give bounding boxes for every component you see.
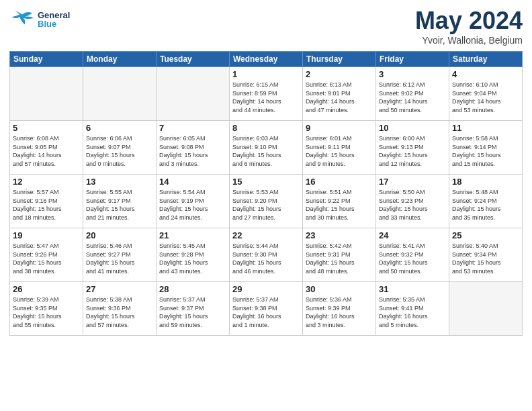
col-monday: Monday: [83, 52, 157, 67]
table-row: 27Sunrise: 5:38 AM Sunset: 9:36 PM Dayli…: [83, 282, 157, 336]
logo-text: General Blue: [38, 11, 70, 28]
table-row: [83, 67, 157, 121]
day-number: 11: [452, 123, 519, 133]
day-number: 25: [452, 230, 519, 240]
table-row: 26Sunrise: 5:39 AM Sunset: 9:35 PM Dayli…: [10, 282, 83, 336]
col-thursday: Thursday: [303, 52, 376, 67]
day-info: Sunrise: 5:44 AM Sunset: 9:30 PM Dayligh…: [232, 242, 300, 275]
day-info: Sunrise: 6:10 AM Sunset: 9:04 PM Dayligh…: [452, 81, 519, 114]
day-info: Sunrise: 5:35 AM Sunset: 9:41 PM Dayligh…: [379, 295, 446, 329]
table-row: 14Sunrise: 5:54 AM Sunset: 9:19 PM Dayli…: [157, 175, 230, 228]
calendar-header-row: Sunday Monday Tuesday Wednesday Thursday…: [10, 52, 523, 67]
day-number: 21: [159, 230, 226, 240]
table-row: 19Sunrise: 5:47 AM Sunset: 9:26 PM Dayli…: [10, 228, 83, 282]
table-row: [10, 67, 83, 121]
day-number: 9: [306, 123, 373, 133]
day-number: 30: [306, 284, 373, 294]
day-info: Sunrise: 5:51 AM Sunset: 9:22 PM Dayligh…: [306, 188, 373, 222]
day-info: Sunrise: 5:36 AM Sunset: 9:39 PM Dayligh…: [306, 295, 373, 329]
day-number: 26: [13, 284, 80, 294]
day-info: Sunrise: 5:38 AM Sunset: 9:36 PM Dayligh…: [86, 295, 153, 329]
table-row: 23Sunrise: 5:42 AM Sunset: 9:31 PM Dayli…: [303, 228, 376, 282]
col-friday: Friday: [376, 52, 449, 67]
day-number: 15: [232, 177, 300, 187]
logo-icon: [9, 7, 35, 32]
day-info: Sunrise: 5:55 AM Sunset: 9:17 PM Dayligh…: [86, 188, 153, 222]
day-number: 31: [379, 284, 446, 294]
day-info: Sunrise: 5:37 AM Sunset: 9:38 PM Dayligh…: [232, 295, 300, 329]
table-row: [157, 67, 230, 121]
calendar-week-row: 26Sunrise: 5:39 AM Sunset: 9:35 PM Dayli…: [10, 282, 523, 336]
col-wednesday: Wednesday: [230, 52, 303, 67]
table-row: [449, 282, 523, 336]
calendar-table: Sunday Monday Tuesday Wednesday Thursday…: [9, 51, 523, 336]
day-number: 13: [86, 177, 153, 187]
day-info: Sunrise: 5:58 AM Sunset: 9:14 PM Dayligh…: [452, 134, 519, 168]
day-number: 22: [232, 230, 300, 240]
location-subtitle: Yvoir, Wallonia, Belgium: [415, 35, 523, 46]
day-info: Sunrise: 6:01 AM Sunset: 9:11 PM Dayligh…: [306, 134, 373, 168]
day-info: Sunrise: 5:45 AM Sunset: 9:28 PM Dayligh…: [159, 242, 226, 275]
table-row: 6Sunrise: 6:06 AM Sunset: 9:07 PM Daylig…: [83, 121, 157, 175]
table-row: 12Sunrise: 5:57 AM Sunset: 9:16 PM Dayli…: [10, 175, 83, 228]
day-info: Sunrise: 5:46 AM Sunset: 9:27 PM Dayligh…: [86, 242, 153, 275]
table-row: 22Sunrise: 5:44 AM Sunset: 9:30 PM Dayli…: [230, 228, 303, 282]
day-number: 24: [379, 230, 446, 240]
day-number: 2: [306, 69, 373, 79]
day-info: Sunrise: 5:41 AM Sunset: 9:32 PM Dayligh…: [379, 242, 446, 275]
day-info: Sunrise: 6:05 AM Sunset: 9:08 PM Dayligh…: [159, 134, 226, 168]
table-row: 17Sunrise: 5:50 AM Sunset: 9:23 PM Dayli…: [376, 175, 449, 228]
month-title: May 2024: [415, 7, 523, 35]
day-number: 17: [379, 177, 446, 187]
col-tuesday: Tuesday: [157, 52, 230, 67]
table-row: 21Sunrise: 5:45 AM Sunset: 9:28 PM Dayli…: [157, 228, 230, 282]
day-info: Sunrise: 5:53 AM Sunset: 9:20 PM Dayligh…: [232, 188, 300, 222]
day-number: 29: [232, 284, 300, 294]
day-info: Sunrise: 6:03 AM Sunset: 9:10 PM Dayligh…: [232, 134, 300, 168]
table-row: 5Sunrise: 6:08 AM Sunset: 9:05 PM Daylig…: [10, 121, 83, 175]
day-info: Sunrise: 6:06 AM Sunset: 9:07 PM Dayligh…: [86, 134, 153, 168]
day-info: Sunrise: 5:39 AM Sunset: 9:35 PM Dayligh…: [13, 295, 80, 329]
title-block: May 2024 Yvoir, Wallonia, Belgium: [415, 7, 523, 46]
day-number: 20: [86, 230, 153, 240]
table-row: 18Sunrise: 5:48 AM Sunset: 9:24 PM Dayli…: [449, 175, 523, 228]
day-number: 12: [13, 177, 80, 187]
day-number: 1: [232, 69, 300, 79]
day-info: Sunrise: 5:48 AM Sunset: 9:24 PM Dayligh…: [452, 188, 519, 222]
logo-blue-text: Blue: [38, 19, 70, 28]
day-info: Sunrise: 5:40 AM Sunset: 9:34 PM Dayligh…: [452, 242, 519, 275]
table-row: 28Sunrise: 5:37 AM Sunset: 9:37 PM Dayli…: [157, 282, 230, 336]
day-number: 5: [13, 123, 80, 133]
table-row: 13Sunrise: 5:55 AM Sunset: 9:17 PM Dayli…: [83, 175, 157, 228]
table-row: 11Sunrise: 5:58 AM Sunset: 9:14 PM Dayli…: [449, 121, 523, 175]
day-number: 7: [159, 123, 226, 133]
logo: General Blue: [9, 7, 70, 32]
day-info: Sunrise: 6:13 AM Sunset: 9:01 PM Dayligh…: [306, 81, 373, 114]
table-row: 20Sunrise: 5:46 AM Sunset: 9:27 PM Dayli…: [83, 228, 157, 282]
day-info: Sunrise: 6:15 AM Sunset: 8:59 PM Dayligh…: [232, 81, 300, 114]
table-row: 31Sunrise: 5:35 AM Sunset: 9:41 PM Dayli…: [376, 282, 449, 336]
day-info: Sunrise: 5:57 AM Sunset: 9:16 PM Dayligh…: [13, 188, 80, 222]
table-row: 7Sunrise: 6:05 AM Sunset: 9:08 PM Daylig…: [157, 121, 230, 175]
table-row: 2Sunrise: 6:13 AM Sunset: 9:01 PM Daylig…: [303, 67, 376, 121]
table-row: 16Sunrise: 5:51 AM Sunset: 9:22 PM Dayli…: [303, 175, 376, 228]
calendar-week-row: 1Sunrise: 6:15 AM Sunset: 8:59 PM Daylig…: [10, 67, 523, 121]
day-info: Sunrise: 6:12 AM Sunset: 9:02 PM Dayligh…: [379, 81, 446, 114]
table-row: 24Sunrise: 5:41 AM Sunset: 9:32 PM Dayli…: [376, 228, 449, 282]
day-info: Sunrise: 5:47 AM Sunset: 9:26 PM Dayligh…: [13, 242, 80, 275]
day-info: Sunrise: 6:00 AM Sunset: 9:13 PM Dayligh…: [379, 134, 446, 168]
day-number: 18: [452, 177, 519, 187]
calendar-week-row: 19Sunrise: 5:47 AM Sunset: 9:26 PM Dayli…: [10, 228, 523, 282]
day-number: 14: [159, 177, 226, 187]
day-number: 23: [306, 230, 373, 240]
day-number: 6: [86, 123, 153, 133]
table-row: 30Sunrise: 5:36 AM Sunset: 9:39 PM Dayli…: [303, 282, 376, 336]
table-row: 10Sunrise: 6:00 AM Sunset: 9:13 PM Dayli…: [376, 121, 449, 175]
table-row: 3Sunrise: 6:12 AM Sunset: 9:02 PM Daylig…: [376, 67, 449, 121]
table-row: 8Sunrise: 6:03 AM Sunset: 9:10 PM Daylig…: [230, 121, 303, 175]
col-sunday: Sunday: [10, 52, 83, 67]
day-info: Sunrise: 5:42 AM Sunset: 9:31 PM Dayligh…: [306, 242, 373, 275]
day-info: Sunrise: 5:50 AM Sunset: 9:23 PM Dayligh…: [379, 188, 446, 222]
col-saturday: Saturday: [449, 52, 523, 67]
day-number: 4: [452, 69, 519, 79]
